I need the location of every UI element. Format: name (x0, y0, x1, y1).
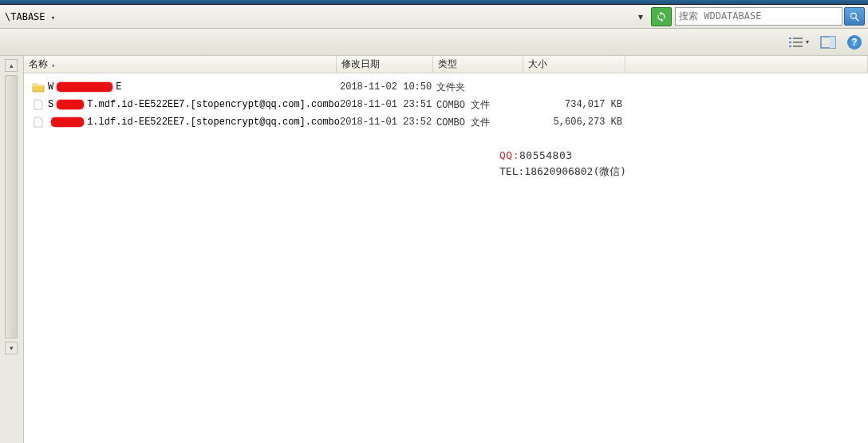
svg-rect-3 (793, 38, 803, 39)
svg-point-0 (850, 13, 856, 18)
refresh-icon (656, 11, 667, 22)
file-type-cell: 文件夹 (436, 81, 527, 94)
scroll-up-button[interactable]: ▴ (5, 59, 18, 72)
column-name-label: 名称 (29, 57, 48, 71)
svg-rect-5 (793, 42, 803, 43)
column-date-label: 修改日期 (341, 57, 380, 71)
table-row[interactable]: ST.mdf.id-EE522EE7.[stopencrypt@qq.com].… (24, 96, 868, 113)
file-icon (32, 99, 45, 110)
svg-line-1 (856, 18, 859, 21)
column-type[interactable]: 类型 (433, 56, 523, 73)
help-button[interactable]: ? (847, 35, 862, 49)
pane-icon (820, 36, 836, 49)
file-size-cell: 5,606,273 KB (527, 117, 629, 128)
breadcrumb-label: \TABASE (5, 11, 45, 22)
list-view-icon (788, 36, 804, 49)
file-name-suffix: E (116, 81, 121, 93)
chevron-down-icon: ▾ (806, 38, 809, 45)
file-date-cell: 2018-11-02 10:50 (340, 81, 436, 93)
file-name-cell: 1.ldf.id-EE522EE7.[stopencrypt@qq.com].c… (32, 117, 340, 128)
svg-rect-4 (789, 42, 791, 43)
file-name-cell: WE (32, 81, 340, 93)
file-name-cell: ST.mdf.id-EE522EE7.[stopencrypt@qq.com].… (32, 99, 340, 110)
search-button[interactable] (844, 7, 865, 26)
file-rows: WE2018-11-02 10:50文件夹ST.mdf.id-EE522EE7.… (24, 73, 868, 443)
redacted-text (57, 100, 84, 109)
table-row[interactable]: WE2018-11-02 10:50文件夹 (24, 78, 868, 96)
column-date[interactable]: 修改日期 (337, 56, 433, 73)
preview-pane-button[interactable] (820, 36, 836, 49)
file-date-cell: 2018-11-01 23:52 (340, 117, 436, 128)
chevron-down-icon[interactable]: ▾ (51, 14, 55, 22)
folder-icon (32, 81, 45, 93)
address-bar: \TABASE ▾ ▾ 搜索 WDDATABASE (0, 5, 868, 29)
svg-rect-6 (789, 45, 791, 47)
column-extra[interactable] (625, 56, 868, 73)
file-name-prefix: W (48, 81, 53, 93)
scroll-down-button[interactable]: ▾ (5, 342, 18, 354)
redacted-text (51, 117, 84, 127)
file-icon (32, 117, 45, 128)
column-name[interactable]: 名称 ▴ (24, 56, 337, 73)
file-name-suffix: T.mdf.id-EE522EE7.[stopencrypt@qq.com].c… (87, 99, 340, 110)
file-date-cell: 2018-11-01 23:51 (340, 99, 436, 110)
file-name-suffix: 1.ldf.id-EE522EE7.[stopencrypt@qq.com].c… (87, 117, 340, 128)
scrollbar-thumb[interactable] (5, 75, 18, 338)
sort-indicator-icon: ▴ (51, 61, 55, 69)
column-size-label: 大小 (528, 57, 547, 71)
file-type-cell: COMBO 文件 (436, 98, 527, 112)
file-name-prefix: S (48, 99, 53, 110)
nav-gutter: ▴ ▾ (0, 56, 24, 443)
search-input[interactable]: 搜索 WDDATABASE (675, 7, 842, 26)
svg-rect-9 (830, 37, 835, 48)
main-area: ▴ ▾ 名称 ▴ 修改日期 类型 大小 WE2018-11-02 10:50文件… (0, 56, 868, 443)
view-options-button[interactable]: ▾ (788, 36, 809, 49)
search-placeholder: 搜索 WDDATABASE (679, 10, 761, 23)
column-headers: 名称 ▴ 修改日期 类型 大小 (24, 56, 868, 73)
redacted-text (57, 82, 112, 92)
breadcrumb[interactable]: \TABASE ▾ (3, 11, 60, 22)
file-list-pane: 名称 ▴ 修改日期 类型 大小 WE2018-11-02 10:50文件夹ST.… (24, 56, 868, 443)
svg-rect-2 (789, 38, 791, 39)
column-type-label: 类型 (438, 57, 457, 71)
toolbar: ▾ ? (0, 29, 868, 56)
help-icon: ? (851, 37, 857, 48)
search-icon (849, 11, 860, 22)
svg-rect-7 (793, 45, 803, 47)
column-size[interactable]: 大小 (523, 56, 625, 73)
file-size-cell: 734,017 KB (527, 99, 629, 110)
refresh-button[interactable] (651, 7, 672, 26)
table-row[interactable]: 1.ldf.id-EE522EE7.[stopencrypt@qq.com].c… (24, 113, 868, 131)
file-type-cell: COMBO 文件 (436, 116, 527, 129)
address-dropdown-icon[interactable]: ▾ (633, 8, 648, 26)
